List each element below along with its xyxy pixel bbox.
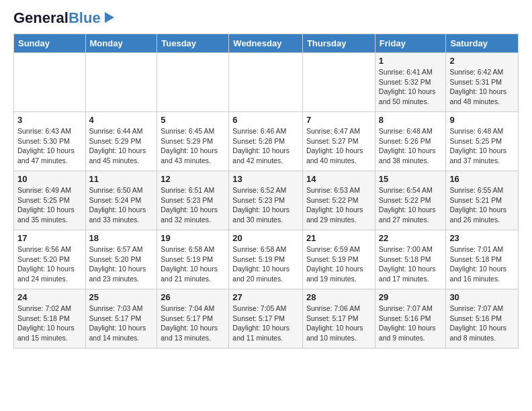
- day-info: Sunrise: 6:53 AM Sunset: 5:22 PM Dayligh…: [306, 185, 371, 225]
- svg-marker-0: [105, 12, 114, 23]
- day-info: Sunrise: 6:42 AM Sunset: 5:31 PM Dayligh…: [449, 67, 515, 107]
- day-info: Sunrise: 6:56 AM Sunset: 5:20 PM Dayligh…: [17, 244, 82, 284]
- day-number: 27: [232, 292, 299, 302]
- calendar-cell: 30Sunrise: 7:07 AM Sunset: 5:16 PM Dayli…: [446, 289, 519, 349]
- week-row-2: 3Sunrise: 6:43 AM Sunset: 5:30 PM Daylig…: [14, 112, 519, 171]
- day-info: Sunrise: 7:03 AM Sunset: 5:17 PM Dayligh…: [89, 304, 154, 343]
- calendar: SundayMondayTuesdayWednesdayThursdayFrid…: [13, 34, 519, 349]
- week-row-3: 10Sunrise: 6:49 AM Sunset: 5:25 PM Dayli…: [14, 171, 519, 230]
- calendar-cell: 6Sunrise: 6:46 AM Sunset: 5:28 PM Daylig…: [229, 112, 303, 171]
- day-info: Sunrise: 6:59 AM Sunset: 5:19 PM Dayligh…: [306, 244, 371, 284]
- day-number: 17: [17, 233, 82, 243]
- day-info: Sunrise: 6:44 AM Sunset: 5:29 PM Dayligh…: [89, 126, 154, 166]
- day-info: Sunrise: 6:58 AM Sunset: 5:19 PM Dayligh…: [232, 244, 299, 284]
- day-info: Sunrise: 6:51 AM Sunset: 5:23 PM Dayligh…: [161, 185, 225, 225]
- day-number: 13: [232, 174, 299, 184]
- calendar-cell: 7Sunrise: 6:47 AM Sunset: 5:27 PM Daylig…: [302, 112, 375, 171]
- day-number: 26: [161, 292, 225, 302]
- logo-arrow-icon: [102, 11, 116, 24]
- day-number: 23: [449, 233, 515, 243]
- calendar-cell: 22Sunrise: 7:00 AM Sunset: 5:18 PM Dayli…: [375, 230, 446, 289]
- day-number: 7: [306, 115, 371, 125]
- day-number: 21: [306, 233, 371, 243]
- calendar-cell: 11Sunrise: 6:50 AM Sunset: 5:24 PM Dayli…: [85, 171, 157, 230]
- calendar-cell: 19Sunrise: 6:58 AM Sunset: 5:19 PM Dayli…: [157, 230, 229, 289]
- day-info: Sunrise: 6:43 AM Sunset: 5:30 PM Dayligh…: [17, 126, 82, 166]
- day-number: 19: [161, 233, 225, 243]
- day-info: Sunrise: 7:01 AM Sunset: 5:18 PM Dayligh…: [449, 244, 515, 284]
- day-info: Sunrise: 7:05 AM Sunset: 5:17 PM Dayligh…: [232, 304, 299, 343]
- weekday-header-wednesday: Wednesday: [229, 34, 303, 53]
- page: GeneralBlue SundayMondayTuesdayWednesday…: [0, 0, 532, 362]
- day-number: 9: [449, 115, 515, 125]
- calendar-cell: 3Sunrise: 6:43 AM Sunset: 5:30 PM Daylig…: [14, 112, 86, 171]
- logo-text: GeneralBlue: [13, 11, 101, 26]
- calendar-cell: 12Sunrise: 6:51 AM Sunset: 5:23 PM Dayli…: [157, 171, 229, 230]
- week-row-4: 17Sunrise: 6:56 AM Sunset: 5:20 PM Dayli…: [14, 230, 519, 289]
- calendar-cell: 29Sunrise: 7:07 AM Sunset: 5:16 PM Dayli…: [375, 289, 446, 349]
- week-row-5: 24Sunrise: 7:02 AM Sunset: 5:18 PM Dayli…: [14, 289, 519, 349]
- calendar-cell: [85, 53, 157, 112]
- weekday-header-row: SundayMondayTuesdayWednesdayThursdayFrid…: [14, 34, 519, 53]
- day-info: Sunrise: 6:47 AM Sunset: 5:27 PM Dayligh…: [306, 126, 371, 166]
- day-info: Sunrise: 6:52 AM Sunset: 5:23 PM Dayligh…: [232, 185, 299, 225]
- header: GeneralBlue: [13, 11, 519, 26]
- calendar-cell: 13Sunrise: 6:52 AM Sunset: 5:23 PM Dayli…: [229, 171, 303, 230]
- logo: GeneralBlue: [13, 11, 116, 26]
- calendar-cell: 20Sunrise: 6:58 AM Sunset: 5:19 PM Dayli…: [229, 230, 303, 289]
- day-number: 16: [449, 174, 515, 184]
- calendar-cell: 2Sunrise: 6:42 AM Sunset: 5:31 PM Daylig…: [446, 53, 519, 112]
- calendar-cell: 18Sunrise: 6:57 AM Sunset: 5:20 PM Dayli…: [85, 230, 157, 289]
- day-info: Sunrise: 6:48 AM Sunset: 5:26 PM Dayligh…: [379, 126, 443, 166]
- day-number: 10: [17, 174, 82, 184]
- weekday-header-tuesday: Tuesday: [157, 34, 229, 53]
- calendar-cell: 17Sunrise: 6:56 AM Sunset: 5:20 PM Dayli…: [14, 230, 86, 289]
- weekday-header-friday: Friday: [375, 34, 446, 53]
- day-info: Sunrise: 6:41 AM Sunset: 5:32 PM Dayligh…: [379, 67, 443, 107]
- day-info: Sunrise: 7:07 AM Sunset: 5:16 PM Dayligh…: [449, 304, 515, 343]
- day-number: 8: [379, 115, 443, 125]
- calendar-cell: 27Sunrise: 7:05 AM Sunset: 5:17 PM Dayli…: [229, 289, 303, 349]
- calendar-cell: 16Sunrise: 6:55 AM Sunset: 5:21 PM Dayli…: [446, 171, 519, 230]
- weekday-header-thursday: Thursday: [302, 34, 375, 53]
- day-info: Sunrise: 6:50 AM Sunset: 5:24 PM Dayligh…: [89, 185, 154, 225]
- day-number: 12: [161, 174, 225, 184]
- day-number: 5: [161, 115, 225, 125]
- day-info: Sunrise: 6:48 AM Sunset: 5:25 PM Dayligh…: [449, 126, 515, 166]
- day-info: Sunrise: 6:49 AM Sunset: 5:25 PM Dayligh…: [17, 185, 82, 225]
- day-info: Sunrise: 7:06 AM Sunset: 5:17 PM Dayligh…: [306, 304, 371, 343]
- calendar-cell: 26Sunrise: 7:04 AM Sunset: 5:17 PM Dayli…: [157, 289, 229, 349]
- calendar-cell: 25Sunrise: 7:03 AM Sunset: 5:17 PM Dayli…: [85, 289, 157, 349]
- calendar-cell: [302, 53, 375, 112]
- calendar-cell: [157, 53, 229, 112]
- day-number: 28: [306, 292, 371, 302]
- day-info: Sunrise: 6:55 AM Sunset: 5:21 PM Dayligh…: [449, 185, 515, 225]
- day-info: Sunrise: 6:46 AM Sunset: 5:28 PM Dayligh…: [232, 126, 299, 166]
- day-info: Sunrise: 6:45 AM Sunset: 5:29 PM Dayligh…: [161, 126, 225, 166]
- calendar-cell: 5Sunrise: 6:45 AM Sunset: 5:29 PM Daylig…: [157, 112, 229, 171]
- calendar-cell: 8Sunrise: 6:48 AM Sunset: 5:26 PM Daylig…: [375, 112, 446, 171]
- day-info: Sunrise: 7:00 AM Sunset: 5:18 PM Dayligh…: [379, 244, 443, 284]
- calendar-cell: 21Sunrise: 6:59 AM Sunset: 5:19 PM Dayli…: [302, 230, 375, 289]
- day-number: 2: [449, 56, 515, 66]
- weekday-header-sunday: Sunday: [14, 34, 86, 53]
- logo-blue: Blue: [69, 9, 101, 26]
- day-number: 25: [89, 292, 154, 302]
- week-row-1: 1Sunrise: 6:41 AM Sunset: 5:32 PM Daylig…: [14, 53, 519, 112]
- day-number: 22: [379, 233, 443, 243]
- calendar-cell: 14Sunrise: 6:53 AM Sunset: 5:22 PM Dayli…: [302, 171, 375, 230]
- calendar-cell: 4Sunrise: 6:44 AM Sunset: 5:29 PM Daylig…: [85, 112, 157, 171]
- day-number: 6: [232, 115, 299, 125]
- day-info: Sunrise: 6:57 AM Sunset: 5:20 PM Dayligh…: [89, 244, 154, 284]
- calendar-cell: 15Sunrise: 6:54 AM Sunset: 5:22 PM Dayli…: [375, 171, 446, 230]
- calendar-cell: 24Sunrise: 7:02 AM Sunset: 5:18 PM Dayli…: [14, 289, 86, 349]
- day-number: 29: [379, 292, 443, 302]
- day-number: 4: [89, 115, 154, 125]
- calendar-cell: [229, 53, 303, 112]
- logo-general: General: [13, 9, 69, 26]
- day-info: Sunrise: 7:07 AM Sunset: 5:16 PM Dayligh…: [379, 304, 443, 343]
- day-number: 11: [89, 174, 154, 184]
- day-number: 3: [17, 115, 82, 125]
- day-info: Sunrise: 7:04 AM Sunset: 5:17 PM Dayligh…: [161, 304, 225, 343]
- calendar-cell: 10Sunrise: 6:49 AM Sunset: 5:25 PM Dayli…: [14, 171, 86, 230]
